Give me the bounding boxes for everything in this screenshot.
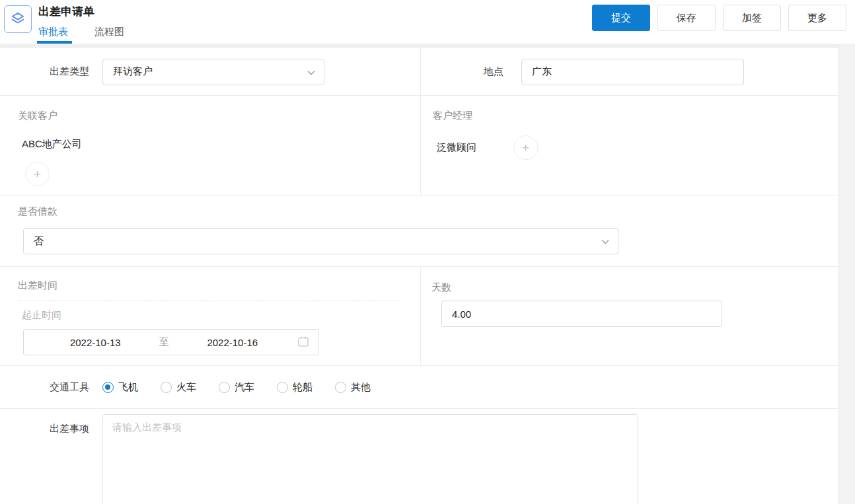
radio-icon xyxy=(161,382,172,393)
row-travel-type-location: 出差类型 拜访客户 地点 xyxy=(0,48,855,96)
loan-label: 是否借款 xyxy=(18,205,855,218)
app-icon-box xyxy=(4,5,32,33)
radio-label: 飞机 xyxy=(118,381,138,394)
chevron-down-icon xyxy=(307,68,316,79)
travel-type-value: 拜访客户 xyxy=(113,65,153,78)
radio-icon xyxy=(335,382,346,393)
radio-train[interactable]: 火车 xyxy=(161,381,196,394)
chevron-down-icon xyxy=(601,237,610,248)
add-customer-button[interactable]: + xyxy=(25,162,50,186)
header-divider-band xyxy=(0,44,855,48)
start-date[interactable]: 2022-10-13 xyxy=(33,337,158,348)
matters-textarea[interactable] xyxy=(102,414,638,504)
travel-time-label: 出差时间 xyxy=(18,279,420,292)
matters-label: 出差事项 xyxy=(0,409,89,504)
calendar-icon[interactable] xyxy=(297,336,309,349)
save-button[interactable]: 保存 xyxy=(657,5,716,31)
tab-label: 审批表 xyxy=(38,26,68,38)
location-input[interactable] xyxy=(521,59,744,85)
row-customer: 关联客户 ABC地产公司 + 客户经理 泛微顾问 + xyxy=(0,96,855,196)
header: 出差申请单 审批表 流程图 提交 保存 加签 更多 xyxy=(0,0,855,44)
row-loan: 是否借款 否 xyxy=(0,196,855,267)
title-block: 出差申请单 审批表 流程图 xyxy=(38,4,124,44)
radio-plane[interactable]: 飞机 xyxy=(102,381,138,394)
add-manager-button[interactable]: + xyxy=(513,135,538,160)
tab-flow-chart[interactable]: 流程图 xyxy=(94,20,124,44)
radio-label: 汽车 xyxy=(235,381,254,394)
submit-button[interactable]: 提交 xyxy=(592,5,650,31)
radio-label: 火车 xyxy=(176,381,196,394)
days-cell: 天数 xyxy=(421,267,855,365)
location-cell: 地点 xyxy=(421,48,855,95)
related-customer-label: 关联客户 xyxy=(18,110,420,122)
radio-icon xyxy=(102,382,114,393)
date-range-picker[interactable]: 2022-10-13 至 2022-10-16 xyxy=(23,329,319,355)
location-label: 地点 xyxy=(421,65,503,78)
loan-value: 否 xyxy=(34,235,44,248)
customer-manager-line: 泛微顾问 + xyxy=(433,135,855,160)
plus-icon: + xyxy=(34,168,41,180)
radio-label: 轮船 xyxy=(293,381,313,394)
travel-request-page: 出差申请单 审批表 流程图 提交 保存 加签 更多 出差类型 拜访客户 xyxy=(0,0,855,504)
radio-label: 其他 xyxy=(351,381,371,394)
radio-other[interactable]: 其他 xyxy=(335,381,371,394)
travel-type-cell: 出差类型 拜访客户 xyxy=(0,48,421,95)
related-customer-value[interactable]: ABC地产公司 xyxy=(22,138,420,151)
loan-select[interactable]: 否 xyxy=(23,228,618,254)
tab-bar: 审批表 流程图 xyxy=(38,20,124,44)
plus-icon: + xyxy=(522,141,529,154)
radio-car[interactable]: 汽车 xyxy=(219,381,254,394)
layers-icon xyxy=(9,10,26,29)
scrollbar-track[interactable] xyxy=(838,44,855,504)
date-range-label: 起止时间 xyxy=(22,309,420,322)
tab-label: 流程图 xyxy=(94,26,124,38)
customer-manager-value[interactable]: 泛微顾问 xyxy=(437,141,476,154)
days-label: 天数 xyxy=(431,281,855,294)
radio-icon xyxy=(219,382,230,393)
radio-ship[interactable]: 轮船 xyxy=(277,381,313,394)
more-button[interactable]: 更多 xyxy=(788,5,846,31)
row-transport: 交通工具 飞机 火车 汽车 轮船 其他 xyxy=(0,366,855,409)
travel-time-cell: 出差时间 起止时间 2022-10-13 至 2022-10-16 xyxy=(0,267,421,365)
radio-icon xyxy=(277,382,288,393)
end-date[interactable]: 2022-10-16 xyxy=(170,337,295,348)
related-customer-cell: 关联客户 ABC地产公司 + xyxy=(0,96,421,195)
add-sign-button[interactable]: 加签 xyxy=(723,5,781,31)
row-matters: 出差事项 xyxy=(0,409,855,504)
days-input[interactable] xyxy=(441,301,722,327)
page-title: 出差申请单 xyxy=(38,4,124,20)
customer-manager-cell: 客户经理 泛微顾问 + xyxy=(421,96,855,195)
travel-type-select[interactable]: 拜访客户 xyxy=(102,59,324,85)
dashed-divider xyxy=(18,301,400,301)
tab-approval-form[interactable]: 审批表 xyxy=(38,20,68,44)
travel-type-label: 出差类型 xyxy=(0,65,89,78)
customer-manager-label: 客户经理 xyxy=(433,110,855,122)
transport-radio-group: 飞机 火车 汽车 轮船 其他 xyxy=(102,381,371,394)
header-actions: 提交 保存 加签 更多 xyxy=(592,5,846,31)
row-time-days: 出差时间 起止时间 2022-10-13 至 2022-10-16 天数 xyxy=(0,267,855,366)
transport-label: 交通工具 xyxy=(0,381,89,394)
date-separator: 至 xyxy=(158,336,170,349)
